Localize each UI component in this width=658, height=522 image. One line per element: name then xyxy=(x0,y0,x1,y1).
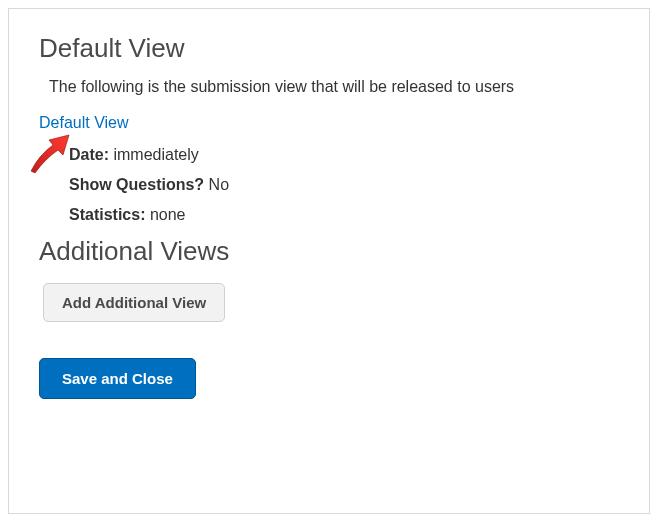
pointer-arrow-annotation xyxy=(25,133,73,173)
settings-panel: Default View The following is the submis… xyxy=(8,8,650,514)
detail-date: Date: immediately xyxy=(69,146,619,164)
detail-statistics: Statistics: none xyxy=(69,206,619,224)
default-view-link[interactable]: Default View xyxy=(39,114,129,132)
default-view-description: The following is the submission view tha… xyxy=(49,78,619,96)
detail-date-value: immediately xyxy=(109,146,199,163)
detail-show-questions-label: Show Questions? xyxy=(69,176,204,193)
save-and-close-button[interactable]: Save and Close xyxy=(39,358,196,399)
detail-date-label: Date: xyxy=(69,146,109,163)
detail-statistics-label: Statistics: xyxy=(69,206,145,223)
detail-show-questions: Show Questions? No xyxy=(69,176,619,194)
detail-show-questions-value: No xyxy=(204,176,229,193)
add-additional-view-button[interactable]: Add Additional View xyxy=(43,283,225,322)
default-view-heading: Default View xyxy=(39,33,619,64)
additional-views-heading: Additional Views xyxy=(39,236,619,267)
detail-statistics-value: none xyxy=(145,206,185,223)
default-view-details: Date: immediately Show Questions? No Sta… xyxy=(69,146,619,224)
